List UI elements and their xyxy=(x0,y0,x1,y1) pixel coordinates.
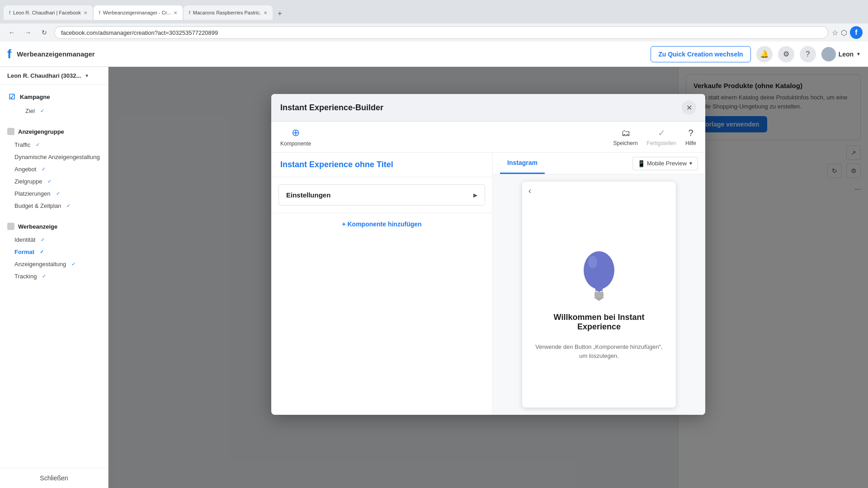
sidebar-item-traffic[interactable]: Traffic ✓ xyxy=(0,139,108,151)
fertigstellen-button[interactable]: ✓ Fertigstellen xyxy=(647,127,676,146)
builder-title-area: Instant Experience ohne Titel xyxy=(271,153,492,177)
zielgruppe-check-icon: ✓ xyxy=(47,178,52,184)
user-avatar xyxy=(821,47,836,61)
modal-header: Instant Experience-Builder ✕ xyxy=(271,94,705,122)
star-icon[interactable]: ☆ xyxy=(832,28,838,37)
phone-content: Willkommen bei Instant Experience Verwen… xyxy=(522,200,676,408)
main-layout: Leon R. Chaudhari (3032... ▼ ☑ Kampagne … xyxy=(0,67,868,488)
mobile-icon: 📱 xyxy=(637,160,645,167)
settings-icon[interactable]: ⚙ xyxy=(778,46,794,62)
facebook-nav: f Werbeanzeigenmanager Zu Quick Creation… xyxy=(0,42,868,67)
preview-controls: 📱 Mobile Preview ▼ xyxy=(632,153,698,174)
speichern-icon: 🗂 xyxy=(621,128,630,138)
sidebar-item-identitaet[interactable]: Identität ✓ xyxy=(0,234,108,246)
welcome-description: Verwende den Button „Komponente hinzufüg… xyxy=(531,343,667,360)
sidebar-item-dynamische[interactable]: Dynamische Anzeigengestaltung xyxy=(0,151,108,163)
sidebar-item-ziel[interactable]: Ziel ✓ xyxy=(0,105,108,117)
forward-button[interactable]: → xyxy=(22,26,34,39)
preview-area: ‹ xyxy=(493,174,705,415)
einstellungen-arrow-icon: ▶ xyxy=(473,192,477,198)
user-menu[interactable]: Leon ▼ xyxy=(821,47,861,61)
werbeanzeige-header[interactable]: Werbeanzeige xyxy=(0,219,108,234)
modal-overlay: Instant Experience-Builder ✕ ⊕ Komponent… xyxy=(108,67,868,488)
tab-2[interactable]: f Werbeanzeigenmanager - Cr... ✕ xyxy=(94,5,183,20)
quick-creation-button[interactable]: Zu Quick Creation wechseln xyxy=(651,46,751,62)
fb-user-icon[interactable]: f xyxy=(850,26,863,39)
builder-title[interactable]: Instant Experience ohne Titel xyxy=(280,160,483,169)
budget-check-icon: ✓ xyxy=(66,203,71,209)
phone-preview: ‹ xyxy=(522,182,676,408)
nav-title: Werbeanzeigenmanager xyxy=(17,50,94,58)
browser-actions: ☆ ⬡ f xyxy=(832,26,863,39)
tab-bar: f Leon R. Chaudhari | Facebook ✕ f Werbe… xyxy=(4,4,286,20)
platzierungen-check-icon: ✓ xyxy=(56,191,60,197)
back-button[interactable]: ← xyxy=(5,26,18,39)
svg-point-1 xyxy=(588,256,597,268)
modal-title: Instant Experience-Builder xyxy=(280,103,383,113)
tab-1-close[interactable]: ✕ xyxy=(84,10,87,15)
phone-back-icon[interactable]: ‹ xyxy=(528,186,531,196)
anzeigengruppe-icon xyxy=(7,128,14,135)
werbeanzeige-icon xyxy=(7,223,14,230)
svg-point-0 xyxy=(584,251,614,289)
sidebar-item-anzeigengestaltung[interactable]: Anzeigengestaltung ✓ xyxy=(0,258,108,270)
kampagne-section: ☑ Kampagne Ziel ✓ xyxy=(0,85,108,121)
tab-2-close[interactable]: ✕ xyxy=(174,10,177,15)
format-check-icon: ✓ xyxy=(40,249,44,255)
sidebar-item-zielgruppe[interactable]: Zielgruppe ✓ xyxy=(0,175,108,188)
svg-marker-5 xyxy=(594,297,604,301)
browser-toolbar: ← → ↻ facebook.com/adsmanager/creation?a… xyxy=(0,23,868,42)
ziel-check-icon: ✓ xyxy=(40,108,44,114)
hilfe-button[interactable]: ? Hilfe xyxy=(685,128,696,146)
extensions-icon[interactable]: ⬡ xyxy=(841,28,847,37)
preview-tab-bar: Instagram 📱 Mobile Preview ▼ xyxy=(493,153,705,174)
add-component-button[interactable]: + Komponente hinzufügen xyxy=(271,213,492,235)
speichern-button[interactable]: 🗂 Speichern xyxy=(613,128,638,146)
tab-instagram[interactable]: Instagram xyxy=(500,153,545,174)
komponente-plus-icon: ⊕ xyxy=(292,127,300,139)
sidebar-item-tracking[interactable]: Tracking ✓ xyxy=(0,270,108,282)
main-content-area: Verkaufe Produkte (ohne Katalog) Lade st… xyxy=(108,67,868,488)
address-bar[interactable]: facebook.com/adsmanager/creation?act=303… xyxy=(54,26,828,39)
kampagne-header[interactable]: ☑ Kampagne xyxy=(0,89,108,105)
toolbar-left: ⊕ Komponente xyxy=(280,127,311,147)
modal-close-button[interactable]: ✕ xyxy=(682,100,696,115)
modal-toolbar: ⊕ Komponente 🗂 Speichern ✓ Fertigstellen xyxy=(271,122,705,153)
mobile-preview-button[interactable]: 📱 Mobile Preview ▼ xyxy=(632,157,698,170)
left-nav-sidebar: Leon R. Chaudhari (3032... ▼ ☑ Kampagne … xyxy=(0,67,108,488)
refresh-button[interactable]: ↻ xyxy=(38,26,51,39)
anzeigengruppe-section: Anzeigengruppe Traffic ✓ Dynamische Anze… xyxy=(0,121,108,216)
tab-3-close[interactable]: ✕ xyxy=(264,10,267,15)
user-chevron-icon: ▼ xyxy=(856,52,861,56)
preview-panel: Instagram 📱 Mobile Preview ▼ xyxy=(493,153,705,415)
browser-chrome: f Leon R. Chaudhari | Facebook ✕ f Werbe… xyxy=(0,0,868,23)
einstellungen-section: Einstellungen ▶ xyxy=(278,184,485,206)
account-selector[interactable]: Leon R. Chaudhari (3032... ▼ xyxy=(0,67,108,85)
mobile-preview-chevron-icon: ▼ xyxy=(689,161,693,166)
modal-body: Instant Experience ohne Titel Einstellun… xyxy=(271,153,705,415)
werbeanzeige-section: Werbeanzeige Identität ✓ Format ✓ Anzeig… xyxy=(0,216,108,286)
tracking-check-icon: ✓ xyxy=(42,273,46,279)
welcome-title: Willkommen bei Instant Experience xyxy=(531,313,667,332)
anzeigengestaltung-check-icon: ✓ xyxy=(71,261,75,267)
sidebar-item-angebot[interactable]: Angebot ✓ xyxy=(0,163,108,175)
tab-3[interactable]: f Macarons Raspberries Pastric... ✕ xyxy=(184,5,273,20)
instant-experience-modal: Instant Experience-Builder ✕ ⊕ Komponent… xyxy=(271,94,705,415)
sidebar-item-format[interactable]: Format ✓ xyxy=(0,246,108,258)
komponente-button[interactable]: ⊕ Komponente xyxy=(280,127,311,147)
tab-1[interactable]: f Leon R. Chaudhari | Facebook ✕ xyxy=(4,5,93,20)
notifications-icon[interactable]: 🔔 xyxy=(756,46,773,62)
svg-rect-2 xyxy=(594,292,604,297)
hilfe-icon: ? xyxy=(688,128,693,138)
anzeigengruppe-header[interactable]: Anzeigengruppe xyxy=(0,124,108,139)
sidebar-item-budget[interactable]: Budget & Zeitplan ✓ xyxy=(0,200,108,212)
builder-panel: Instant Experience ohne Titel Einstellun… xyxy=(271,153,493,415)
new-tab-button[interactable]: + xyxy=(274,7,286,20)
einstellungen-header[interactable]: Einstellungen ▶ xyxy=(279,185,485,205)
sidebar-item-platzierungen[interactable]: Platzierungen ✓ xyxy=(0,188,108,200)
close-button[interactable]: Schließen xyxy=(0,468,108,488)
account-chevron-icon: ▼ xyxy=(85,73,89,78)
help-icon[interactable]: ? xyxy=(800,46,816,62)
angebot-check-icon: ✓ xyxy=(42,166,46,172)
traffic-check-icon: ✓ xyxy=(36,142,40,148)
